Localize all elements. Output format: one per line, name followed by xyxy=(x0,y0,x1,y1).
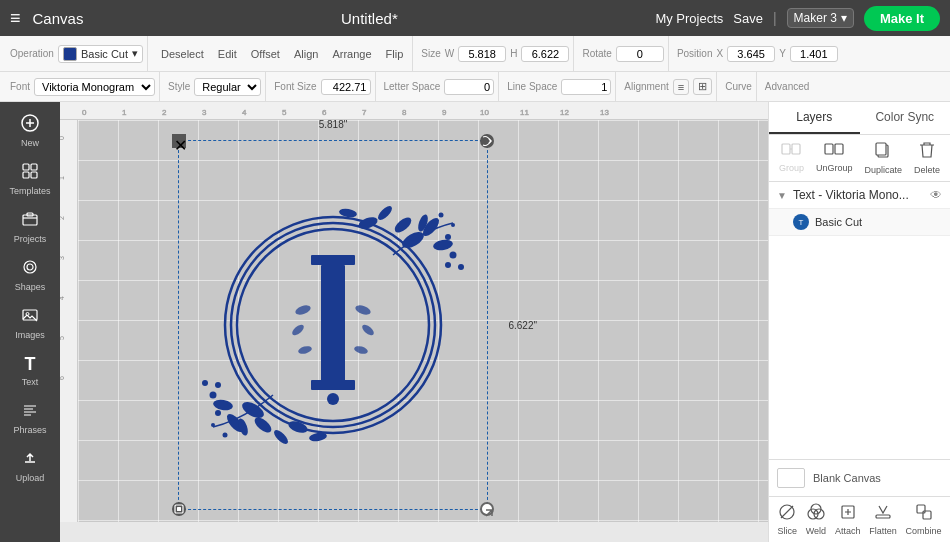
design-content xyxy=(179,141,487,509)
attach-button[interactable]: Attach xyxy=(835,503,861,536)
handle-bottom-right[interactable] xyxy=(480,502,494,516)
machine-selector[interactable]: Maker 3 ▾ xyxy=(787,8,854,28)
canvas-wrapper: 0 1 2 3 4 5 6 7 8 9 10 11 12 13 xyxy=(60,102,768,542)
slice-button[interactable]: Slice xyxy=(777,503,797,536)
top-bar: ≡ Canvas Untitled* My Projects Save | Ma… xyxy=(0,0,950,36)
svg-text:5: 5 xyxy=(282,108,287,117)
sidebar-item-phrases[interactable]: Phrases xyxy=(4,395,56,441)
svg-text:4: 4 xyxy=(60,296,65,300)
sidebar-item-projects[interactable]: Projects xyxy=(4,204,56,250)
projects-icon xyxy=(21,210,39,232)
design-box[interactable]: 5.818" 6.622" ✕ xyxy=(178,140,488,510)
rotate-input[interactable] xyxy=(616,46,664,62)
combine-label: Combine xyxy=(906,526,942,536)
ruler-left: 0 1 2 3 4 5 6 xyxy=(60,120,78,522)
attach-icon xyxy=(839,503,857,524)
toolbar-rotate: Rotate xyxy=(578,36,668,71)
weld-label: Weld xyxy=(806,526,826,536)
svg-text:5: 5 xyxy=(60,336,65,340)
panel-actions: Group UnGroup Duplicate Delete xyxy=(769,135,950,182)
alignment-section: Alignment ≡ ⊞ xyxy=(620,72,717,101)
menu-icon[interactable]: ≡ xyxy=(10,8,21,29)
letterspacing-label: Letter Space xyxy=(384,81,441,92)
layer-visibility-icon[interactable]: 👁 xyxy=(930,188,942,202)
new-icon xyxy=(21,114,39,136)
canvas-grid: 5.818" 6.622" ✕ xyxy=(78,120,768,522)
operation-selector[interactable]: Basic Cut ▾ xyxy=(58,45,143,63)
layer-group-item[interactable]: ▼ Text - Viktoria Mono... 👁 xyxy=(769,182,950,209)
svg-line-84 xyxy=(781,506,793,518)
canvas-scroll[interactable]: 5.818" 6.622" ✕ xyxy=(78,120,768,522)
save-button[interactable]: Save xyxy=(733,11,763,26)
svg-rect-68 xyxy=(321,265,345,385)
svg-rect-69 xyxy=(311,380,355,390)
edit-button[interactable]: Edit xyxy=(213,46,242,62)
y-input[interactable] xyxy=(790,46,838,62)
duplicate-label: Duplicate xyxy=(864,165,902,175)
style-selector[interactable]: Regular xyxy=(194,78,261,96)
flatten-label: Flatten xyxy=(869,526,897,536)
combine-icon xyxy=(915,503,933,524)
ungroup-button[interactable]: UnGroup xyxy=(816,141,853,175)
sidebar-item-new[interactable]: New xyxy=(4,108,56,154)
svg-point-60 xyxy=(215,382,221,388)
divider: | xyxy=(773,10,777,26)
weld-icon xyxy=(807,503,825,524)
letterspacing-input[interactable] xyxy=(444,79,494,95)
sidebar-item-templates[interactable]: Templates xyxy=(4,156,56,202)
flip-button[interactable]: Flip xyxy=(381,46,409,62)
blank-canvas-swatch[interactable] xyxy=(777,468,805,488)
tab-colorsync[interactable]: Color Sync xyxy=(860,102,951,134)
svg-text:1: 1 xyxy=(60,176,65,180)
sidebar-item-text[interactable]: T Text xyxy=(4,348,56,393)
fontsize-label: Font Size xyxy=(274,81,316,92)
sidebar-item-templates-label: Templates xyxy=(9,186,50,196)
duplicate-button[interactable]: Duplicate xyxy=(864,141,902,175)
width-label: W xyxy=(445,48,454,59)
svg-text:10: 10 xyxy=(480,108,489,117)
font-selector[interactable]: Viktoria Monogram xyxy=(34,78,155,96)
make-it-button[interactable]: Make It xyxy=(864,6,940,31)
operation-label: Operation xyxy=(10,48,54,59)
svg-rect-89 xyxy=(876,515,890,518)
group-button[interactable]: Group xyxy=(779,141,804,175)
align-options-button[interactable]: ⊞ xyxy=(693,78,712,95)
panel-footer: Blank Canvas xyxy=(769,459,950,496)
rotate-label: Rotate xyxy=(582,48,611,59)
sidebar-item-upload[interactable]: Upload xyxy=(4,443,56,489)
svg-text:3: 3 xyxy=(202,108,207,117)
align-button[interactable]: Align xyxy=(289,46,323,62)
handle-top-left[interactable]: ✕ xyxy=(172,134,186,148)
x-input[interactable] xyxy=(727,46,775,62)
blank-canvas-label: Blank Canvas xyxy=(813,472,881,484)
sidebar-item-images[interactable]: Images xyxy=(4,300,56,346)
color-swatch[interactable] xyxy=(63,47,77,61)
handle-bottom-left[interactable] xyxy=(172,502,186,516)
machine-label: Maker 3 xyxy=(794,11,837,25)
handle-top-right[interactable] xyxy=(480,134,494,148)
svg-text:6: 6 xyxy=(60,376,65,380)
my-projects-button[interactable]: My Projects xyxy=(655,11,723,26)
deselect-button[interactable]: Deselect xyxy=(156,46,209,62)
width-input[interactable] xyxy=(458,46,506,62)
sidebar-item-shapes[interactable]: Shapes xyxy=(4,252,56,298)
linespace-input[interactable] xyxy=(561,79,611,95)
height-input[interactable] xyxy=(521,46,569,62)
svg-rect-67 xyxy=(311,255,355,265)
size-label: Size xyxy=(421,48,440,59)
right-panel: Layers Color Sync Group UnGroup xyxy=(768,102,950,542)
combine-button[interactable]: Combine xyxy=(906,503,942,536)
svg-point-62 xyxy=(376,204,394,222)
sub-layer-item[interactable]: T Basic Cut xyxy=(769,209,950,236)
fontsize-input[interactable] xyxy=(321,79,371,95)
flatten-icon xyxy=(874,503,892,524)
tab-layers[interactable]: Layers xyxy=(769,102,860,134)
flatten-button[interactable]: Flatten xyxy=(869,503,897,536)
delete-button[interactable]: Delete xyxy=(914,141,940,175)
sidebar-item-shapes-label: Shapes xyxy=(15,282,46,292)
align-left-button[interactable]: ≡ xyxy=(673,79,689,95)
curve-label: Curve xyxy=(725,81,752,92)
offset-button[interactable]: Offset xyxy=(246,46,285,62)
weld-button[interactable]: Weld xyxy=(806,503,826,536)
arrange-button[interactable]: Arrange xyxy=(327,46,376,62)
